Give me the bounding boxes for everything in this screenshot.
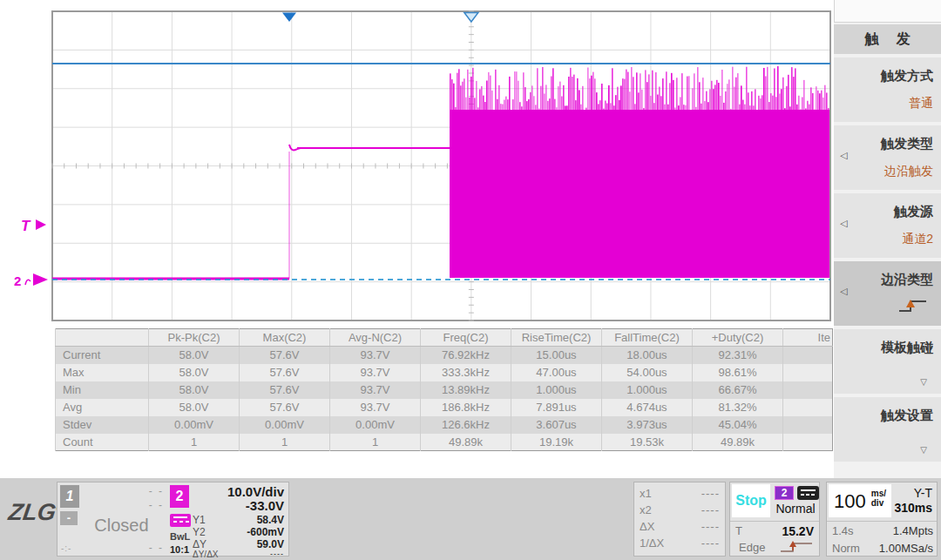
panel-template-trigger[interactable]: 模板触碰 ▽ bbox=[834, 329, 941, 394]
measurement-cell: 19.53k bbox=[602, 434, 693, 451]
table-row: Avg58.0V57.6V93.7V186.8kHz7.891us4.674us… bbox=[56, 399, 833, 416]
trigger-status-block: Stop 2 Normal T15.2V Edge bbox=[729, 482, 820, 557]
column-header: FallTime(C2) bbox=[602, 329, 693, 347]
measurement-cell: 98.61% bbox=[693, 364, 783, 381]
measurement-cell: 13.89kHz bbox=[421, 381, 511, 399]
measurement-cell: 92.31% bbox=[693, 347, 783, 364]
column-header: RiseTime(C2) bbox=[511, 329, 602, 347]
window-time: 310ms bbox=[894, 501, 932, 515]
measurement-cell: 57.6V bbox=[240, 381, 330, 399]
row-label: Current bbox=[56, 347, 149, 364]
oscilloscope-app: T2 Pk-Pk(C2)Max(C2)Avg-N(C2)Freq(C2)Rise… bbox=[0, 0, 941, 560]
measurement-cell: 58.0V bbox=[149, 347, 240, 364]
measurement-cell bbox=[783, 364, 833, 381]
measurement-cell bbox=[783, 399, 833, 416]
panel-label: 模板触碰 bbox=[881, 340, 933, 356]
row-label: Count bbox=[56, 434, 149, 451]
panel-edge-type[interactable]: ◁ 边沿类型 bbox=[834, 261, 941, 326]
trigger-menu: 触 发 触发方式 普通 ◁ 触发类型 边沿触发 ◁ 触发源 通道2 ◁ 边沿类型 bbox=[834, 0, 941, 478]
trigger-position-marker[interactable] bbox=[282, 13, 296, 23]
channels-block[interactable]: 1 - - - - - Closed -:- - - 2 10.0V/div -… bbox=[57, 482, 289, 557]
dy-label: ΔY bbox=[193, 538, 206, 550]
chevron-down-icon[interactable]: ▽ bbox=[920, 377, 927, 387]
panel-label: 触发类型 bbox=[881, 136, 933, 152]
measurement-cell: 3.973us bbox=[602, 416, 693, 434]
panel-trigger-type[interactable]: ◁ 触发类型 边沿触发 bbox=[834, 125, 941, 190]
table-row: Min58.0V57.6V93.7V13.89kHz1.000us1.000us… bbox=[56, 381, 833, 399]
panel-trigger-mode[interactable]: 触发方式 普通 bbox=[834, 57, 941, 122]
trigger-level-value: 15.2V bbox=[782, 524, 814, 538]
row-label: Avg bbox=[56, 399, 149, 416]
panel-value: 普通 bbox=[909, 96, 933, 111]
measurement-cell: 45.04% bbox=[693, 416, 783, 434]
measurement-cell: 93.7V bbox=[330, 364, 421, 381]
column-header: Freq(C2) bbox=[421, 329, 511, 347]
column-header: Pk-Pk(C2) bbox=[149, 329, 240, 347]
panel-trigger-source[interactable]: ◁ 触发源 通道2 bbox=[834, 193, 941, 258]
panel-trigger-settings[interactable]: 触发设置 ▽ bbox=[834, 397, 941, 462]
trigger-source-badge[interactable]: 2 bbox=[775, 486, 794, 500]
trigger-level-marker[interactable]: T bbox=[21, 218, 31, 234]
memory-points: 1.4Mpts bbox=[893, 524, 933, 537]
timebase-button[interactable]: 100 ms/div bbox=[829, 484, 891, 517]
measurement-cell: 0.00mV bbox=[330, 416, 421, 434]
column-header: +Duty(C2) bbox=[693, 329, 783, 347]
trigger-level-label: T bbox=[735, 524, 742, 537]
measurement-cell: 76.92kHz bbox=[421, 347, 511, 364]
sample-rate: 1.00MSa/s bbox=[879, 542, 933, 555]
dy-value: 59.0V bbox=[257, 538, 284, 550]
measurement-cell: 49.89k bbox=[421, 434, 511, 451]
channel2-badge[interactable]: 2 bbox=[170, 485, 189, 508]
display-mode: Y-T bbox=[914, 486, 932, 500]
table-row: Max58.0V57.6V93.7V333.3kHz47.00us54.00us… bbox=[56, 364, 833, 381]
panel-label: 触发设置 bbox=[881, 408, 933, 424]
sidebar-top-strip bbox=[834, 0, 941, 23]
chevron-left-icon[interactable]: ◁ bbox=[840, 150, 847, 161]
measurement-cell: 58.0V bbox=[149, 364, 240, 381]
ch1-value-row2: - - bbox=[84, 499, 164, 511]
measurement-cell: 0.00mV bbox=[149, 416, 240, 434]
dx-value: ---- bbox=[701, 520, 720, 533]
bandwidth-limit-label: BwL bbox=[170, 531, 190, 542]
chevron-down-icon[interactable]: ▽ bbox=[920, 445, 927, 455]
cursor-block: x1---- x2---- ΔX---- 1/ΔX---- bbox=[633, 482, 726, 557]
ch2-probe-ratio: 10:1 bbox=[170, 544, 189, 555]
dx-label: ΔX bbox=[640, 520, 654, 533]
x2-value: ---- bbox=[701, 503, 720, 516]
timebase-block: 100 ms/div Y-T 310ms 1.4s1.4Mpts Norm1.0… bbox=[826, 482, 938, 557]
measurement-cell: 1 bbox=[149, 434, 240, 451]
trigger-coupling-icon[interactable] bbox=[797, 486, 819, 500]
ch2-coupling-icon[interactable] bbox=[170, 514, 191, 527]
invdx-label: 1/ΔX bbox=[640, 536, 664, 550]
measurement-table: Pk-Pk(C2)Max(C2)Avg-N(C2)Freq(C2)RiseTim… bbox=[55, 328, 833, 451]
channel1-badge[interactable]: 1 bbox=[60, 485, 79, 508]
panel-label: 触发源 bbox=[894, 204, 933, 220]
measurement-cell: 57.6V bbox=[240, 347, 330, 364]
column-header bbox=[56, 329, 149, 347]
table-header-row: Pk-Pk(C2)Max(C2)Avg-N(C2)Freq(C2)RiseTim… bbox=[56, 329, 833, 347]
panel-value: 通道2 bbox=[902, 232, 933, 247]
measurement-cell: 66.67% bbox=[693, 381, 783, 399]
chevron-left-icon[interactable]: ◁ bbox=[840, 218, 847, 229]
measurement-cell: 93.7V bbox=[330, 399, 421, 416]
measurement-cell bbox=[783, 416, 833, 434]
measurement-cell: 7.891us bbox=[511, 399, 602, 416]
measurement-cell bbox=[783, 381, 833, 399]
ch1-footer-value: - - bbox=[118, 542, 164, 554]
measurement-cell: 1 bbox=[330, 434, 421, 451]
y1-label: Y1 bbox=[193, 514, 206, 526]
channel2-ground-marker[interactable]: 2 bbox=[14, 273, 21, 288]
measurement-cell: 18.00us bbox=[602, 347, 693, 364]
measurement-cell: 58.0V bbox=[149, 381, 240, 399]
run-state-button[interactable]: Stop bbox=[732, 484, 770, 517]
measurement-cell bbox=[783, 347, 833, 364]
rising-edge-icon bbox=[779, 539, 816, 555]
table-row: Current58.0V57.6V93.7V76.92kHz15.00us18.… bbox=[56, 347, 833, 364]
delay-reference-marker[interactable] bbox=[464, 13, 478, 23]
measurement-cell: 0.00mV bbox=[240, 416, 330, 434]
measurement-cell: 93.7V bbox=[330, 347, 421, 364]
rising-edge-icon bbox=[897, 296, 931, 319]
chevron-left-icon[interactable]: ◁ bbox=[840, 286, 847, 297]
trigger-type-status: Edge bbox=[739, 541, 765, 554]
panel-label: 边沿类型 bbox=[881, 272, 933, 288]
